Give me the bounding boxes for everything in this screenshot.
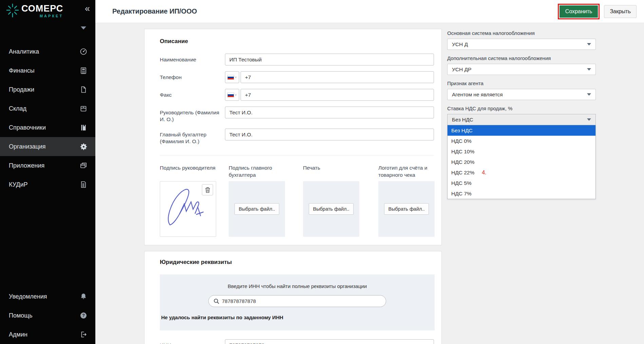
section-divider [160,155,434,155]
vat-option-10[interactable]: НДС 10% [448,146,595,157]
chevron-down-icon [587,43,591,45]
bell-icon [79,292,88,301]
accountant-label: Главный бухгалтер (Фамилия И. О.) [160,129,225,145]
choose-file-button[interactable]: Выбрать файл.. [309,203,353,215]
fax-country-select[interactable]: ˅ [225,89,239,101]
sidebar-item-sales[interactable]: Продажи [0,80,95,99]
calculator-icon [79,66,88,75]
inn-search-box [208,295,386,307]
extra-tax-select[interactable]: УСН ДР [447,64,596,75]
sidebar-item-finance[interactable]: Финансы [0,61,95,80]
vat-option-20[interactable]: НДС 20% [448,157,595,167]
agent-select[interactable]: Агентом не является [447,89,596,100]
signature-preview [160,181,216,237]
sidebar-item-admin-logout[interactable]: Админ [0,325,95,344]
page-title: Редактирование ИП/ООО [112,7,558,15]
sidebar-item-organization[interactable]: Организация [0,137,95,156]
sidebar-item-warehouse[interactable]: Склад [0,99,95,118]
delete-signature-button[interactable] [202,184,213,195]
director-label: Руководитель (Фамилия И. О.) [160,107,225,123]
vat-option-no-vat[interactable]: Без НДС [448,125,595,136]
upload-label: Печать [303,164,359,181]
director-row: Руководитель (Фамилия И. О.) [160,107,434,123]
vat-option-22[interactable]: НДС 22%4. [448,167,595,178]
sidebar-item-apps[interactable]: Приложения [0,156,95,175]
chevron-down-icon [587,93,591,96]
vat-option-5[interactable]: НДС 5% [448,178,595,188]
brand-logo[interactable]: СОМЕРС МАРКЕТ [6,3,63,18]
select-value: Агентом не является [452,92,503,98]
sidebar-item-label: Приложения [9,162,44,169]
phone-input[interactable] [241,71,434,83]
name-label: Наименование [160,54,225,65]
inn-input[interactable] [225,339,434,344]
fax-input[interactable] [241,89,434,101]
sidebar-item-label: Админ [9,331,27,338]
vat-option-7[interactable]: НДС 7% [448,188,595,199]
sidebar-item-label: КУДиР [9,181,28,188]
upload-director-signature: Подпись руководителя [160,164,216,237]
sidebar: СОМЕРС МАРКЕТ « Аналитика Финансы Продаж… [0,0,95,344]
select-value: УСН ДР [452,66,471,73]
save-button[interactable]: Сохранить [560,5,598,18]
accountant-input[interactable] [225,129,434,140]
vat-option-0[interactable]: НДС 0% [448,136,595,146]
upload-placeholder: Выбрать файл.. [303,181,359,237]
legal-card: Юридические реквизиты Введите ИНН чтобы … [144,251,442,344]
director-input[interactable] [225,107,434,118]
inn-search-input[interactable] [222,298,381,304]
inn-label: ИНН [160,339,225,344]
gear-icon [79,142,88,151]
russia-flag-icon [227,93,234,97]
vat-rate-select[interactable]: Без НДС [447,114,596,125]
sidebar-item-help[interactable]: Помощь ? [0,306,95,325]
choose-file-button[interactable]: Выбрать файл.. [234,203,279,215]
windows-icon [79,161,88,170]
sidebar-item-notifications[interactable]: Уведомления [0,287,95,306]
select-value: Без НДС [452,117,473,123]
header: Редактирование ИП/ООО Сохранить Закрыть [95,0,644,23]
book-icon [79,123,88,132]
main-tax-select[interactable]: УСН Д [447,39,596,50]
close-button[interactable]: Закрыть [604,5,637,18]
section-title-description: Описание [160,38,434,45]
description-card: Описание Наименование Телефон ˅ Факс ˅ Р… [144,29,442,245]
sidebar-item-label: Организация [9,143,46,150]
logout-icon [79,330,88,339]
name-input[interactable] [225,54,434,65]
sidebar-item-label: Справочники [9,124,46,131]
sidebar-item-label: Склад [9,105,26,112]
brand-text: СОМЕРС МАРКЕТ [21,3,63,18]
chevron-down-icon: ˅ [235,93,236,97]
sidebar-item-analytics[interactable]: Аналитика [0,42,95,61]
upload-label: Подпись главного бухгалтера [229,164,285,181]
phone-country-select[interactable]: ˅ [225,71,239,83]
choose-file-button[interactable]: Выбрать файл.. [384,203,429,215]
annotation-mark-4: 4. [482,170,486,176]
extra-tax-label: Дополнительная система налогообложения [447,55,596,61]
extra-tax-group: Дополнительная система налогообложения У… [447,55,596,75]
sidebar-item-label: Финансы [9,67,35,74]
fax-label: Факс [160,89,225,101]
vat-rate-label: Ставка НДС для продаж, % [447,105,596,112]
document-icon [79,85,88,94]
sidebar-collapse-button[interactable]: « [85,3,90,14]
phone-row: Телефон ˅ [160,71,434,83]
sidebar-item-kudir[interactable]: КУДиР [0,175,95,194]
sidebar-bottom: Уведомления Помощь ? Админ [0,287,95,344]
trash-icon [205,187,210,193]
chevron-down-icon [587,68,591,71]
vat-options-list: Без НДС НДС 0% НДС 10% НДС 20% НДС 22%4.… [447,125,596,199]
svg-text:?: ? [82,313,85,318]
upload-placeholder: Выбрать файл.. [378,181,435,237]
sidebar-item-directories[interactable]: Справочники [0,118,95,137]
chevron-down-icon[interactable] [81,26,86,30]
chevron-down-icon [587,118,591,121]
sidebar-item-label: Помощь [9,312,33,319]
brand-name: СОМЕРС [21,3,63,14]
phone-label: Телефон [160,71,225,83]
agent-group: Признак агента Агентом не является [447,80,596,100]
upload-placeholder: Выбрать файл.. [229,181,285,237]
name-row: Наименование [160,54,434,65]
main-tax-group: Основная система налогообложения УСН Д [447,30,596,50]
